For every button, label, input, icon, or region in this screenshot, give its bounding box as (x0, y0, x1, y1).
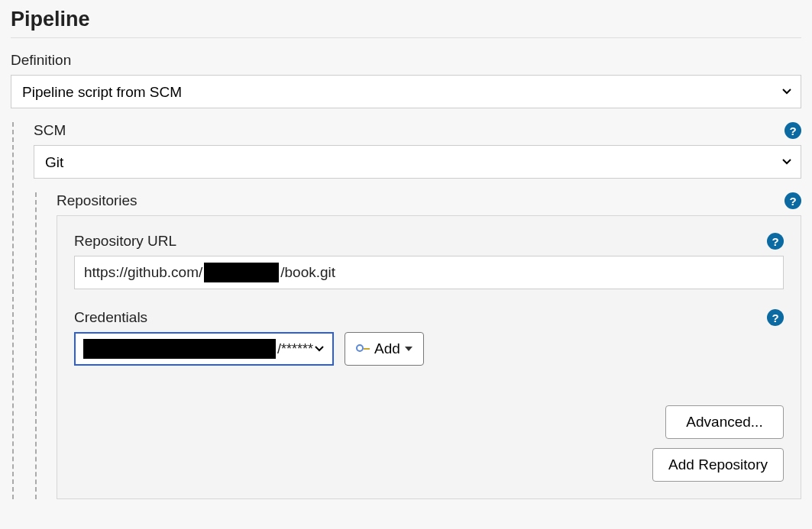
help-icon[interactable]: ? (767, 309, 784, 326)
help-icon[interactable]: ? (785, 122, 801, 139)
definition-select[interactable]: Pipeline script from SCM (11, 75, 801, 108)
definition-label: Definition (11, 52, 801, 69)
scm-label: SCM (34, 122, 66, 139)
credentials-label: Credentials (74, 309, 147, 326)
repository-url-suffix: /book.git (280, 264, 335, 281)
repository-url-input[interactable]: https://github.com/ /book.git (74, 256, 784, 289)
advanced-button[interactable]: Advanced... (665, 405, 784, 439)
add-credentials-button[interactable]: Add (345, 332, 424, 366)
add-button-label: Add (374, 340, 400, 357)
section-title-pipeline: Pipeline (11, 8, 801, 38)
credentials-masked-suffix: /****** (277, 341, 313, 357)
help-icon[interactable]: ? (767, 233, 784, 250)
repository-panel: Repository URL ? https://github.com/ /bo… (57, 215, 801, 499)
add-repository-button[interactable]: Add Repository (652, 448, 784, 482)
caret-down-icon (405, 347, 412, 351)
repository-url-label: Repository URL (74, 233, 176, 250)
nesting-gutter-2 (35, 192, 57, 499)
key-icon (356, 344, 370, 354)
redacted-segment-icon (83, 339, 276, 359)
help-icon[interactable]: ? (785, 192, 801, 209)
credentials-select[interactable]: /****** (74, 332, 334, 366)
redacted-segment-icon (204, 263, 279, 282)
chevron-down-icon (314, 345, 325, 353)
nesting-gutter-1 (12, 122, 34, 499)
scm-select[interactable]: Git (34, 145, 801, 179)
repositories-label: Repositories (57, 192, 137, 209)
repository-url-prefix: https://github.com/ (84, 264, 202, 281)
